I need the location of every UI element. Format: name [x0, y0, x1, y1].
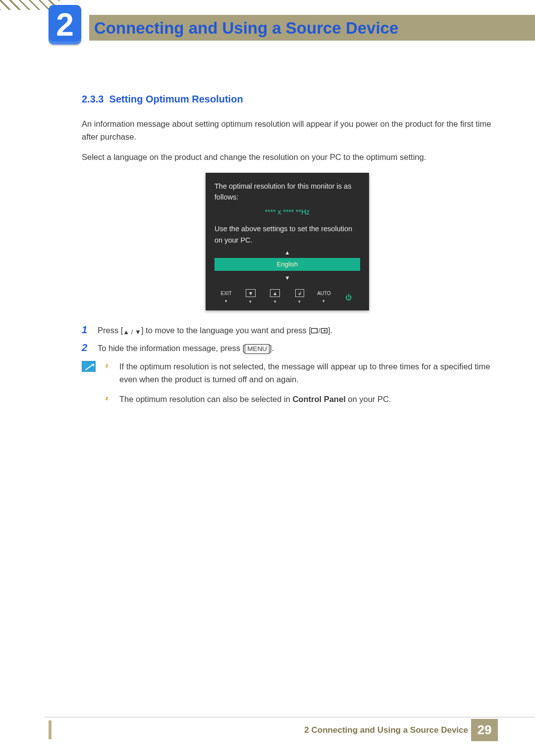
page-number-badge: 29	[471, 719, 498, 741]
section-heading: 2.3.3 Setting Optimum Resolution	[82, 92, 493, 107]
osd-key-exit: EXIT ▾	[215, 290, 237, 305]
osd-key-up: ▲ ▾	[265, 289, 286, 305]
power-icon: ⏻	[345, 294, 352, 301]
step-1-pre: Press [	[98, 326, 123, 335]
chapter-title: Connecting and Using a Source Device	[94, 19, 398, 38]
triangle-down-icon: ▾	[289, 299, 310, 305]
osd-dialog: The optimal resolution for this monitor …	[206, 173, 369, 310]
page-number: 29	[478, 722, 492, 738]
osd-key-enter: ↲ ▾	[289, 289, 310, 305]
triangle-down-icon: ▾	[215, 298, 237, 305]
step-2-post: ].	[269, 344, 274, 353]
steps: 1 Press [▲ / ▼] to move to the language …	[82, 324, 493, 355]
note-2-text: The optimum resolution can also be selec…	[119, 393, 493, 405]
up-down-icon: ▲ / ▼	[123, 327, 141, 337]
triangle-down-icon: ▾	[313, 298, 334, 305]
bullet-icon: z	[106, 360, 111, 386]
footer-divider	[45, 717, 535, 717]
intro-paragraph-1: An information message about setting opt…	[82, 118, 493, 143]
osd-key-auto: AUTO ▾	[313, 290, 334, 305]
step-1-text: Press [▲ / ▼] to move to the language yo…	[98, 324, 493, 337]
section-number: 2.3.3	[82, 94, 104, 104]
menu-button-label: MENU	[245, 344, 269, 354]
osd-line-2: Use the above settings to set the resolu…	[214, 223, 360, 246]
osd-container: The optimal resolution for this monitor …	[82, 173, 493, 310]
note-2b: Control Panel	[292, 395, 345, 403]
step-1: 1 Press [▲ / ▼] to move to the language …	[82, 324, 493, 337]
osd-key-power: ⏻	[338, 293, 359, 302]
osd-key-exit-label: EXIT	[221, 291, 232, 296]
osd-resolution: **** x **** **Hz	[214, 207, 360, 218]
note-block: z If the optimum resolution is not selec…	[82, 360, 493, 413]
osd-button-row: EXIT ▾ ▼ ▾ ▲ ▾ ↲ ▾ AUTO ▾	[214, 289, 360, 305]
note-2a: The optimum resolution can also be selec…	[119, 395, 292, 403]
osd-key-down: ▼ ▾	[240, 289, 261, 305]
osd-line-1: The optimal resolution for this monitor …	[214, 181, 360, 203]
source-select-icon: /	[311, 327, 328, 334]
note-list: z If the optimum resolution is not selec…	[106, 360, 493, 413]
step-1-post: ].	[328, 326, 332, 335]
osd-arrow-up: ▲	[214, 249, 360, 257]
note-icon	[82, 361, 96, 372]
triangle-down-icon: ▼	[246, 289, 256, 297]
intro-paragraph-2: Select a language on the product and cha…	[82, 151, 493, 164]
step-1-mid: ] to move to the language you want and p…	[141, 326, 311, 335]
osd-key-auto-label: AUTO	[317, 291, 331, 296]
osd-language: English	[214, 258, 360, 271]
triangle-down-icon: ▾	[265, 299, 286, 305]
chapter-badge: 2	[49, 5, 81, 45]
step-2-pre: To hide the information message, press [	[98, 344, 245, 353]
step-2-number: 2	[82, 342, 98, 353]
footer-title: 2 Connecting and Using a Source Device	[304, 725, 468, 735]
note-1-text: If the optimum resolution is not selecte…	[119, 360, 493, 386]
footer-accent-bar	[49, 720, 52, 739]
step-2-text: To hide the information message, press […	[98, 342, 493, 355]
note-2c: on your PC.	[346, 395, 391, 403]
osd-arrow-down: ▼	[214, 274, 360, 282]
step-1-number: 1	[82, 324, 98, 336]
bullet-icon: z	[106, 393, 111, 405]
note-item-2: z The optimum resolution can also be sel…	[106, 393, 493, 405]
triangle-up-icon: ▲	[270, 289, 280, 297]
enter-icon: ↲	[295, 289, 304, 297]
note-item-1: z If the optimum resolution is not selec…	[106, 360, 493, 386]
step-2: 2 To hide the information message, press…	[82, 342, 493, 355]
svg-rect-0	[312, 328, 318, 333]
page-content: 2.3.3 Setting Optimum Resolution An info…	[82, 92, 493, 413]
section-title: Setting Optimum Resolution	[109, 94, 243, 104]
svg-text:/: /	[319, 327, 321, 334]
triangle-down-icon: ▾	[240, 299, 261, 305]
chapter-number: 2	[56, 9, 74, 41]
